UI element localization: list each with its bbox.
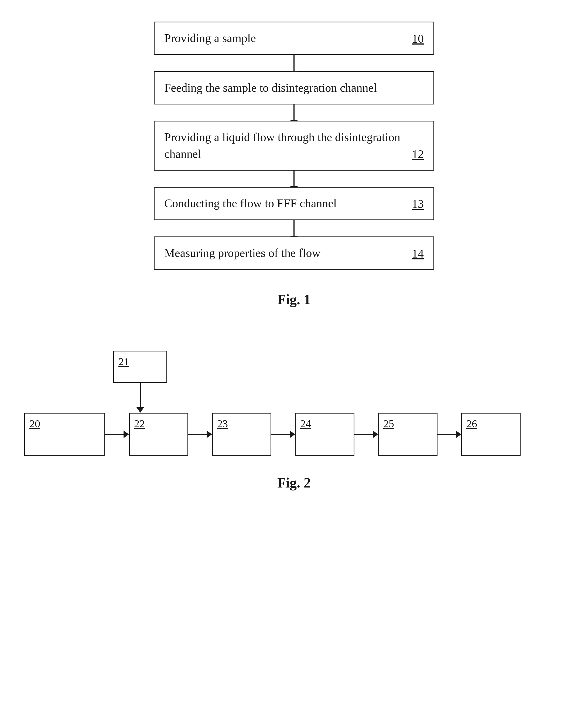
fig1-caption: Fig. 1 (277, 292, 311, 307)
flow-box-23-number: 23 (217, 417, 228, 430)
fig2-caption: Fig. 2 (277, 475, 311, 491)
flow-box-13-number: 13 (412, 197, 424, 212)
flow-box-21-number: 21 (119, 355, 129, 368)
flow-box-20: 20 (24, 413, 105, 456)
v-line-21-22 (140, 383, 141, 407)
arrow-11-to-12 (293, 104, 295, 121)
flow-box-12: Providing a liquid flow through the disi… (154, 121, 434, 171)
flow-box-14-text: Measuring properties of the flow (164, 245, 406, 262)
flow-box-25: 25 (378, 413, 438, 456)
flow-box-10-text: Providing a sample (164, 30, 406, 47)
arrow-20-to-22 (105, 434, 124, 435)
box21-wrapper: 21 (113, 351, 167, 413)
flow-box-12-number: 12 (412, 147, 424, 162)
flow-box-21: 21 (113, 351, 167, 383)
flow-box-26-number: 26 (466, 417, 477, 430)
flow-box-12-text: Providing a liquid flow through the disi… (164, 129, 406, 162)
flow-box-22-number: 22 (134, 417, 145, 430)
fig1-flowchart: Providing a sample 10 Feeding the sample… (146, 22, 442, 270)
arrow-23-to-24 (271, 434, 290, 435)
arrow-25-to-26 (438, 434, 456, 435)
flow-box-20-number: 20 (29, 417, 40, 430)
flow-box-22: 22 (129, 413, 188, 456)
flow-box-26: 26 (461, 413, 521, 456)
flow-box-13-text: Conducting the flow to FFF channel (164, 195, 406, 212)
fig1-section: Providing a sample 10 Feeding the sample… (0, 0, 588, 324)
flow-box-24-number: 24 (300, 417, 311, 430)
flow-box-24: 24 (295, 413, 354, 456)
arrow-22-to-23 (188, 434, 207, 435)
page-container: Providing a sample 10 Feeding the sample… (0, 0, 588, 721)
arrow-13-to-14 (293, 220, 295, 237)
fig2-horizontal-row: 20 22 23 24 (24, 413, 521, 456)
arrow-24-to-25 (354, 434, 373, 435)
flow-box-10: Providing a sample 10 (154, 22, 434, 55)
flow-box-14-number: 14 (412, 247, 424, 262)
arrow-10-to-11 (293, 55, 295, 71)
fig2-section: 21 20 22 (0, 324, 588, 507)
flow-box-13: Conducting the flow to FFF channel 13 (154, 187, 434, 220)
flow-box-14: Measuring properties of the flow 14 (154, 237, 434, 270)
arrow-12-to-13 (293, 171, 295, 187)
flow-box-10-number: 10 (412, 32, 424, 47)
flow-box-11: Feeding the sample to disintegration cha… (154, 71, 434, 105)
flow-box-25-number: 25 (383, 417, 394, 430)
fig2-diagram: 21 20 22 (24, 351, 564, 464)
flow-box-11-text: Feeding the sample to disintegration cha… (164, 80, 424, 96)
v-arrowhead-21-22 (136, 407, 144, 413)
flow-box-23: 23 (212, 413, 271, 456)
